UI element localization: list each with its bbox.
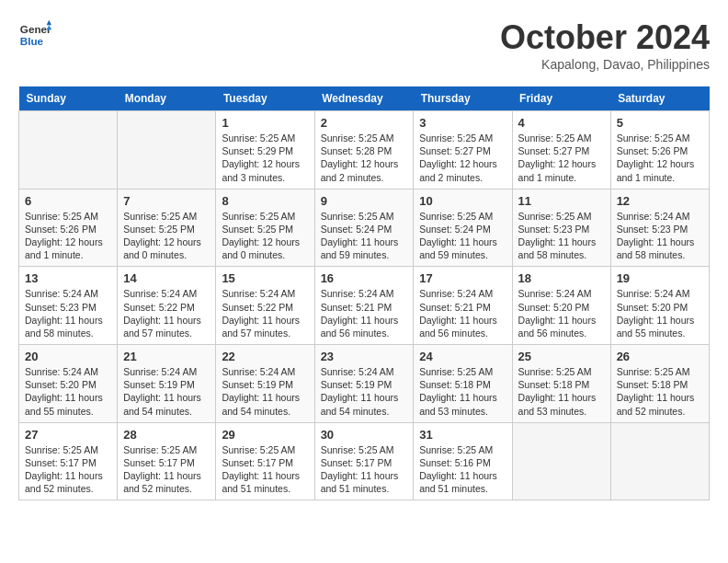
calendar-cell: 21Sunrise: 5:24 AM Sunset: 5:19 PM Dayli… (118, 345, 216, 423)
calendar-cell: 15Sunrise: 5:24 AM Sunset: 5:22 PM Dayli… (216, 267, 314, 345)
day-number: 27 (25, 428, 111, 442)
day-info: Sunrise: 5:24 AM Sunset: 5:19 PM Dayligh… (123, 365, 210, 418)
day-number: 28 (123, 428, 210, 442)
day-info: Sunrise: 5:24 AM Sunset: 5:22 PM Dayligh… (123, 287, 210, 339)
day-info: Sunrise: 5:25 AM Sunset: 5:23 PM Dayligh… (518, 210, 605, 262)
day-number: 20 (25, 350, 111, 363)
day-info: Sunrise: 5:24 AM Sunset: 5:21 PM Dayligh… (321, 287, 408, 339)
day-number: 17 (419, 271, 506, 285)
day-number: 22 (222, 350, 308, 363)
day-info: Sunrise: 5:25 AM Sunset: 5:28 PM Dayligh… (321, 132, 408, 184)
day-info: Sunrise: 5:25 AM Sunset: 5:24 PM Dayligh… (419, 210, 506, 262)
calendar-cell: 10Sunrise: 5:25 AM Sunset: 5:24 PM Dayli… (414, 189, 512, 267)
calendar-cell: 1Sunrise: 5:25 AM Sunset: 5:29 PM Daylig… (216, 111, 314, 190)
calendar-cell: 9Sunrise: 5:25 AM Sunset: 5:24 PM Daylig… (314, 189, 414, 267)
day-info: Sunrise: 5:24 AM Sunset: 5:23 PM Dayligh… (617, 210, 703, 262)
day-number: 14 (123, 271, 210, 285)
day-number: 19 (617, 271, 703, 285)
calendar-cell: 4Sunrise: 5:25 AM Sunset: 5:27 PM Daylig… (512, 111, 610, 190)
calendar-cell: 31Sunrise: 5:25 AM Sunset: 5:16 PM Dayli… (414, 422, 512, 500)
day-number: 10 (419, 194, 506, 208)
calendar-cell: 14Sunrise: 5:24 AM Sunset: 5:22 PM Dayli… (118, 267, 216, 345)
day-info: Sunrise: 5:24 AM Sunset: 5:20 PM Dayligh… (518, 287, 605, 339)
day-info: Sunrise: 5:25 AM Sunset: 5:27 PM Dayligh… (518, 132, 605, 184)
day-info: Sunrise: 5:25 AM Sunset: 5:25 PM Dayligh… (123, 210, 210, 262)
calendar-cell: 30Sunrise: 5:25 AM Sunset: 5:17 PM Dayli… (314, 422, 414, 500)
day-number: 15 (222, 271, 308, 285)
day-info: Sunrise: 5:25 AM Sunset: 5:16 PM Dayligh… (419, 443, 506, 496)
day-number: 26 (617, 350, 703, 363)
calendar-cell: 29Sunrise: 5:25 AM Sunset: 5:17 PM Dayli… (216, 422, 314, 500)
calendar-cell (118, 111, 216, 190)
calendar-cell: 17Sunrise: 5:24 AM Sunset: 5:21 PM Dayli… (414, 267, 512, 345)
calendar-cell: 28Sunrise: 5:25 AM Sunset: 5:17 PM Dayli… (118, 422, 216, 500)
calendar-cell: 5Sunrise: 5:25 AM Sunset: 5:26 PM Daylig… (610, 111, 709, 190)
weekday-header: Monday (118, 86, 216, 111)
day-info: Sunrise: 5:25 AM Sunset: 5:25 PM Dayligh… (222, 210, 308, 262)
day-info: Sunrise: 5:25 AM Sunset: 5:17 PM Dayligh… (321, 443, 408, 496)
day-number: 29 (222, 428, 308, 442)
calendar-cell: 19Sunrise: 5:24 AM Sunset: 5:20 PM Dayli… (610, 267, 709, 345)
day-number: 1 (222, 116, 308, 130)
day-info: Sunrise: 5:25 AM Sunset: 5:17 PM Dayligh… (25, 443, 111, 496)
weekday-header: Saturday (610, 86, 709, 111)
calendar-cell (512, 422, 610, 500)
day-number: 16 (321, 271, 408, 285)
calendar-cell (19, 111, 118, 190)
day-info: Sunrise: 5:25 AM Sunset: 5:18 PM Dayligh… (419, 365, 506, 418)
calendar-cell: 25Sunrise: 5:25 AM Sunset: 5:18 PM Dayli… (512, 345, 610, 423)
day-number: 7 (123, 194, 210, 208)
calendar-cell: 16Sunrise: 5:24 AM Sunset: 5:21 PM Dayli… (314, 267, 414, 345)
day-info: Sunrise: 5:24 AM Sunset: 5:19 PM Dayligh… (222, 365, 308, 418)
calendar-cell: 6Sunrise: 5:25 AM Sunset: 5:26 PM Daylig… (19, 189, 118, 267)
calendar-cell: 26Sunrise: 5:25 AM Sunset: 5:18 PM Dayli… (610, 345, 709, 423)
calendar-cell: 20Sunrise: 5:24 AM Sunset: 5:20 PM Dayli… (19, 345, 118, 423)
day-number: 23 (321, 350, 408, 363)
calendar-cell: 11Sunrise: 5:25 AM Sunset: 5:23 PM Dayli… (512, 189, 610, 267)
calendar-table: SundayMondayTuesdayWednesdayThursdayFrid… (18, 86, 710, 500)
title-block: October 2024 Kapalong, Davao, Philippine… (500, 18, 710, 72)
calendar-cell: 23Sunrise: 5:24 AM Sunset: 5:19 PM Dayli… (314, 345, 414, 423)
logo-icon: General Blue (18, 18, 51, 52)
day-info: Sunrise: 5:25 AM Sunset: 5:26 PM Dayligh… (617, 132, 703, 184)
day-number: 21 (123, 350, 210, 363)
weekday-header: Friday (512, 86, 610, 111)
weekday-header: Tuesday (216, 86, 314, 111)
day-info: Sunrise: 5:25 AM Sunset: 5:24 PM Dayligh… (321, 210, 408, 262)
day-info: Sunrise: 5:25 AM Sunset: 5:27 PM Dayligh… (419, 132, 506, 184)
day-info: Sunrise: 5:25 AM Sunset: 5:17 PM Dayligh… (123, 443, 210, 496)
day-number: 30 (321, 428, 408, 442)
day-number: 25 (518, 350, 605, 363)
day-info: Sunrise: 5:24 AM Sunset: 5:20 PM Dayligh… (25, 365, 111, 418)
month-title: October 2024 (500, 18, 710, 57)
day-number: 31 (419, 428, 506, 442)
day-number: 24 (419, 350, 506, 363)
day-number: 8 (222, 194, 308, 208)
page-header: General Blue October 2024 Kapalong, Dava… (18, 18, 710, 72)
day-info: Sunrise: 5:25 AM Sunset: 5:17 PM Dayligh… (222, 443, 308, 496)
weekday-header: Sunday (19, 86, 118, 111)
day-info: Sunrise: 5:25 AM Sunset: 5:18 PM Dayligh… (617, 365, 703, 418)
calendar-cell: 18Sunrise: 5:24 AM Sunset: 5:20 PM Dayli… (512, 267, 610, 345)
logo: General Blue (18, 18, 51, 52)
calendar-cell: 12Sunrise: 5:24 AM Sunset: 5:23 PM Dayli… (610, 189, 709, 267)
calendar-cell: 27Sunrise: 5:25 AM Sunset: 5:17 PM Dayli… (19, 422, 118, 500)
day-number: 9 (321, 194, 408, 208)
day-info: Sunrise: 5:25 AM Sunset: 5:29 PM Dayligh… (222, 132, 308, 184)
location-subtitle: Kapalong, Davao, Philippines (500, 57, 710, 72)
day-info: Sunrise: 5:24 AM Sunset: 5:22 PM Dayligh… (222, 287, 308, 339)
calendar-cell: 13Sunrise: 5:24 AM Sunset: 5:23 PM Dayli… (19, 267, 118, 345)
weekday-header: Wednesday (314, 86, 414, 111)
day-info: Sunrise: 5:25 AM Sunset: 5:18 PM Dayligh… (518, 365, 605, 418)
day-number: 13 (25, 271, 111, 285)
day-info: Sunrise: 5:24 AM Sunset: 5:20 PM Dayligh… (617, 287, 703, 339)
day-number: 6 (25, 194, 111, 208)
day-info: Sunrise: 5:24 AM Sunset: 5:21 PM Dayligh… (419, 287, 506, 339)
day-number: 4 (518, 116, 605, 130)
day-number: 11 (518, 194, 605, 208)
day-number: 12 (617, 194, 703, 208)
day-number: 18 (518, 271, 605, 285)
svg-text:Blue: Blue (20, 35, 44, 47)
day-info: Sunrise: 5:25 AM Sunset: 5:26 PM Dayligh… (25, 210, 111, 262)
calendar-cell: 2Sunrise: 5:25 AM Sunset: 5:28 PM Daylig… (314, 111, 414, 190)
